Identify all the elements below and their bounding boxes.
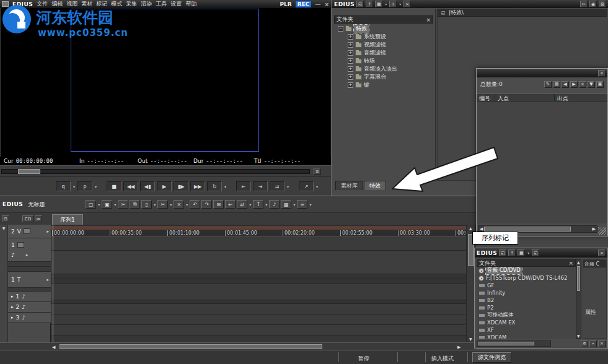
dropdown-icon[interactable]: ▾ bbox=[309, 202, 311, 207]
export-button[interactable]: ↗ bbox=[299, 181, 314, 191]
up-folder-icon[interactable]: ↑ bbox=[366, 1, 373, 7]
audio-track-lane-1[interactable] bbox=[51, 304, 466, 314]
expand-icon[interactable]: + bbox=[348, 58, 353, 64]
insert-overwrite-mode-icon[interactable]: ⇄ bbox=[237, 200, 247, 209]
browser-item-label[interactable]: 可移动媒体 bbox=[487, 311, 514, 319]
dropdown-icon[interactable]: ▾ bbox=[399, 2, 401, 6]
resize-grip[interactable] bbox=[598, 227, 606, 235]
dropdown-icon[interactable]: ▾ bbox=[316, 184, 318, 189]
tree-item-transitions[interactable]: + 转场 bbox=[334, 57, 433, 65]
expand-icon[interactable]: + bbox=[348, 82, 353, 88]
marker-list[interactable] bbox=[477, 102, 607, 223]
plr-button[interactable]: PLR bbox=[280, 1, 292, 7]
dropdown-icon[interactable]: ▾ bbox=[114, 202, 116, 207]
cut-icon[interactable]: ✂ bbox=[118, 200, 128, 209]
expand-track-icon[interactable]: ▸ bbox=[11, 294, 14, 299]
trim-mode-icon[interactable]: ⇤ bbox=[225, 200, 236, 209]
step-forward-button[interactable]: ▮▶ bbox=[174, 181, 188, 191]
dropdown-icon[interactable]: ▾ bbox=[98, 202, 100, 207]
title-tool-icon[interactable]: T bbox=[253, 200, 263, 209]
timeline-settings-icon[interactable]: ≡ bbox=[297, 200, 307, 209]
tree-item-video-filters[interactable]: + 视频滤镜 bbox=[334, 41, 433, 49]
add-folder-icon[interactable]: + bbox=[389, 1, 397, 7]
add-marker-icon[interactable]: ✎ bbox=[544, 81, 552, 88]
float-window-icon[interactable]: ◱ bbox=[532, 249, 539, 256]
sequence-tab[interactable]: 序列1 bbox=[52, 214, 83, 225]
export-markers-icon[interactable]: ▣ bbox=[596, 81, 604, 88]
expand-icon[interactable]: + bbox=[348, 42, 353, 48]
video-track-lane[interactable] bbox=[51, 237, 466, 251]
preview-effect-icon[interactable]: ◉ bbox=[589, 1, 597, 7]
column-out[interactable]: 出点 bbox=[555, 94, 604, 101]
delete-marker-icon[interactable]: × bbox=[579, 81, 586, 88]
step-back-button[interactable]: ◀▮ bbox=[140, 181, 155, 191]
browser-item-label[interactable]: 音频 CD/DVD bbox=[486, 267, 522, 274]
view-grid-icon[interactable]: ▦ bbox=[375, 1, 382, 7]
expand-track-icon[interactable]: ▸ bbox=[46, 229, 49, 234]
tree-item-audio-filters[interactable]: + 音频滤镜 bbox=[334, 49, 433, 57]
audio-track-lane-2[interactable] bbox=[51, 314, 466, 325]
add-clip-icon[interactable]: ⊞ bbox=[213, 200, 224, 209]
up-folder-icon[interactable]: ↑ bbox=[508, 249, 516, 256]
expand-icon[interactable]: + bbox=[348, 34, 353, 40]
play-button[interactable]: ▶ bbox=[157, 181, 172, 191]
minimize-button[interactable]: — bbox=[315, 1, 320, 7]
pane-divider[interactable] bbox=[435, 9, 436, 181]
cut-effect-icon[interactable]: ✂ bbox=[580, 1, 588, 7]
close-button[interactable]: × bbox=[324, 1, 329, 7]
rewind-button[interactable]: ◀◀ bbox=[123, 181, 138, 191]
scroll-down-icon[interactable]: ▼ bbox=[469, 337, 472, 341]
tree-item-effects-root[interactable]: − 特效 bbox=[334, 25, 433, 33]
tree-item-audio-crossfades[interactable]: + 音频淡入淡出 bbox=[334, 65, 433, 73]
dropdown-icon[interactable]: ▾ bbox=[249, 202, 251, 207]
browser-item-label[interactable]: Infinity bbox=[487, 290, 505, 296]
column-number[interactable]: 编号 bbox=[477, 94, 495, 101]
title-track-lane[interactable] bbox=[51, 284, 466, 300]
dropdown-icon[interactable]: ▾ bbox=[287, 184, 289, 189]
dropdown-icon[interactable]: ▾ bbox=[224, 184, 226, 189]
rec-button[interactable]: REC bbox=[296, 1, 312, 7]
tree-item-label[interactable]: 音频淡入淡出 bbox=[364, 65, 397, 73]
source-browse-button[interactable]: 源文件浏览 bbox=[472, 352, 511, 363]
menu-file[interactable]: 文件 bbox=[37, 0, 48, 8]
timeline-tracks-area[interactable] bbox=[51, 237, 466, 342]
menu-edit[interactable]: 编辑 bbox=[51, 0, 63, 8]
delete-icon[interactable]: × bbox=[174, 200, 184, 209]
scroll-thumb[interactable] bbox=[59, 344, 322, 349]
close-folder-pane-icon[interactable]: × bbox=[568, 260, 573, 266]
va-track-lane[interactable] bbox=[51, 251, 466, 274]
position-slider-track[interactable] bbox=[1, 169, 310, 174]
menu-capture[interactable]: 采集 bbox=[126, 0, 137, 8]
browser-item-label[interactable]: GF bbox=[487, 282, 494, 288]
redo-icon[interactable]: ↷ bbox=[201, 200, 212, 209]
browser-vscrollbar[interactable]: ▲ ▼ bbox=[576, 259, 581, 339]
menu-view[interactable]: 视图 bbox=[66, 0, 77, 8]
scroll-thumb[interactable] bbox=[577, 266, 580, 291]
browser-item-label[interactable]: XDCAM EX bbox=[487, 319, 515, 326]
expand-tabs-icon[interactable]: ≫ bbox=[35, 215, 42, 222]
tree-item-label[interactable]: 字幕混合 bbox=[364, 73, 386, 81]
dropdown-icon[interactable]: ▾ bbox=[170, 202, 172, 207]
browser-item-label[interactable]: XF bbox=[487, 327, 494, 333]
position-slider-thumb[interactable] bbox=[18, 169, 40, 174]
track-header-va[interactable]: 1 ♪ ▸ bbox=[8, 238, 51, 262]
panel-layout-icon[interactable]: ⊟ bbox=[2, 215, 9, 222]
shuttle-p-button[interactable]: p bbox=[77, 181, 92, 191]
audio-mixer-icon[interactable]: ▦ bbox=[281, 200, 291, 209]
scroll-left-icon[interactable]: ◀ bbox=[478, 227, 484, 232]
close-palette-icon[interactable]: × bbox=[403, 1, 411, 7]
collapse-icon[interactable]: − bbox=[338, 26, 343, 32]
timeline-ruler[interactable]: 00:00:00:00 00:00:35:00 00:01:10:00 00:0… bbox=[51, 225, 466, 237]
new-sequence-icon[interactable]: ▢ bbox=[86, 200, 96, 209]
scroll-right-icon[interactable]: ▶ bbox=[457, 345, 460, 350]
browser-item-label[interactable]: B2 bbox=[487, 297, 494, 303]
dock-window-icon[interactable]: ◱ bbox=[356, 1, 364, 7]
browser-item-infinity[interactable]: Infinity bbox=[477, 289, 576, 297]
expand-icon[interactable]: + bbox=[348, 74, 353, 80]
view-grid-icon[interactable]: ▦ bbox=[518, 249, 525, 256]
lock-palette-icon[interactable]: ⊠ bbox=[599, 1, 606, 7]
dropdown-icon[interactable]: ▾ bbox=[95, 184, 97, 189]
menu-render[interactable]: 渲染 bbox=[141, 0, 152, 8]
browser-view-icon[interactable]: ≋ bbox=[581, 340, 588, 347]
next-marker-icon[interactable]: ▶ bbox=[570, 81, 578, 88]
